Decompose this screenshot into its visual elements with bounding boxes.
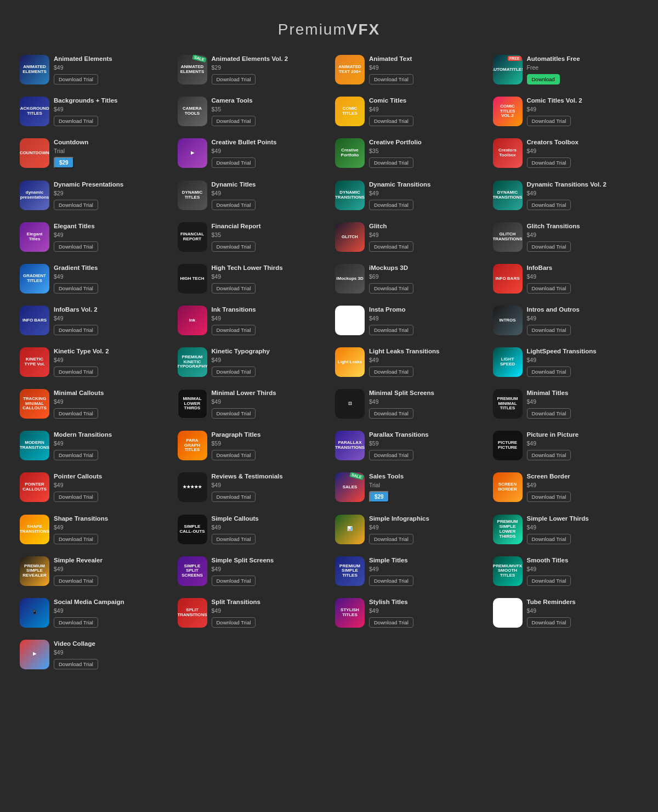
download-button[interactable]: $29 (54, 157, 74, 168)
download-button[interactable]: Download Trial (369, 366, 413, 377)
product-info: Smooth Titles$49Download Trial (527, 556, 639, 586)
download-button[interactable]: Download Trial (369, 450, 413, 460)
download-button[interactable]: Download Trial (369, 241, 413, 252)
product-icon: DYNAMIC TITLES (178, 181, 207, 210)
product-price: $49 (212, 190, 324, 196)
product-info: Dynamic Transitions$49Download Trial (369, 181, 481, 210)
download-button[interactable]: Download Trial (369, 534, 413, 544)
download-button[interactable]: Download Trial (527, 366, 571, 377)
product-name: Dynamic Transitions (369, 181, 481, 189)
download-button[interactable]: Download Trial (212, 200, 256, 210)
product-icon-label: INFO BARS (20, 306, 49, 335)
product-name: Automatitles Free (527, 55, 639, 63)
download-button[interactable]: Download Trial (369, 200, 413, 210)
download-button[interactable]: Download Trial (54, 74, 98, 84)
download-button[interactable]: Download Trial (212, 241, 256, 252)
download-button[interactable]: Download Trial (369, 617, 413, 628)
product-name: Backgrounds + Titles (54, 97, 166, 105)
product-info: Gradient Titles$49Download Trial (54, 264, 166, 294)
download-button[interactable]: Download Trial (527, 116, 571, 126)
download-button[interactable]: Download Trial (212, 576, 256, 586)
download-button[interactable]: Download Trial (212, 534, 256, 544)
download-button[interactable]: Download Trial (369, 74, 413, 84)
download-button[interactable]: Download Trial (212, 492, 256, 502)
download-button[interactable]: Download Trial (54, 241, 98, 252)
download-button[interactable]: Download Trial (369, 576, 413, 586)
download-button[interactable]: Download Trial (527, 576, 571, 586)
product-icon-label: DYNAMIC TRANSITIONS (335, 181, 365, 210)
download-button[interactable]: Download Trial (212, 116, 256, 126)
download-button[interactable]: Download Trial (369, 157, 413, 168)
download-button[interactable]: Download Trial (369, 408, 413, 419)
product-info: Glitch Transitions$49Download Trial (527, 222, 639, 252)
product-icon: Insta promo (335, 306, 365, 335)
download-button[interactable]: Download Trial (54, 325, 98, 335)
download-button[interactable]: Download Trial (212, 74, 256, 84)
download-button[interactable]: Download Trial (54, 659, 98, 669)
download-button[interactable]: Download (527, 74, 560, 84)
product-info: Kinetic Typography$49Download Trial (212, 347, 324, 377)
product-name: Glitch (369, 222, 481, 230)
download-button[interactable]: Download Trial (54, 200, 98, 210)
product-icon: SIMPLE CALL-OUTS (178, 515, 207, 544)
product-price: $49 (212, 357, 324, 363)
download-button[interactable]: Download Trial (54, 450, 98, 460)
download-button[interactable]: Download Trial (527, 283, 571, 294)
download-button[interactable]: Download Trial (527, 325, 571, 335)
download-button[interactable]: Download Trial (54, 492, 98, 502)
download-button[interactable]: Download Trial (527, 534, 571, 544)
download-button[interactable]: Download Trial (527, 617, 571, 628)
download-button[interactable]: Download Trial (527, 157, 571, 168)
download-button[interactable]: Download Trial (54, 283, 98, 294)
download-button[interactable]: Download Trial (527, 408, 571, 419)
product-price: $49 (527, 524, 639, 531)
product-icon-label: PICTURE PICTURE (493, 431, 523, 460)
product-icon: POINTER CALLOUTS (20, 472, 49, 502)
product-info: Simple Split Screens$49Download Trial (212, 556, 324, 586)
download-button[interactable]: Download Trial (54, 366, 98, 377)
download-button[interactable]: Download Trial (212, 325, 256, 335)
product-icon: PREMIUM SIMPLE LOWER THIRDS (493, 515, 523, 544)
product-info: Intros and Outros$49Download Trial (527, 306, 639, 335)
product-price: $49 (212, 524, 324, 531)
product-item: SCREEN BORDERScreen Border$49Download Tr… (490, 468, 642, 507)
download-button[interactable]: Download Trial (212, 283, 256, 294)
download-button[interactable]: Download Trial (369, 283, 413, 294)
download-button[interactable]: Download Trial (54, 408, 98, 419)
download-button[interactable]: Download Trial (369, 116, 413, 126)
download-button[interactable]: Download Trial (527, 200, 571, 210)
product-icon: DYNAMIC TRANSITIONS (335, 181, 365, 210)
product-name: Kinetic Typography (212, 347, 324, 356)
download-button[interactable]: Download Trial (54, 576, 98, 586)
product-icon: INFO BARS (493, 264, 523, 294)
download-button[interactable]: Download Trial (54, 116, 98, 126)
product-name: Pointer Callouts (54, 472, 166, 481)
product-icon: BACKGROUNDS TITLES (20, 97, 49, 126)
product-price: $49 (527, 232, 639, 238)
download-button[interactable]: Download Trial (369, 325, 413, 335)
download-button[interactable]: Download Trial (54, 617, 98, 628)
product-name: Paragraph Titles (212, 431, 324, 439)
download-button[interactable]: Download Trial (212, 408, 256, 419)
product-icon: HIGH TECH (178, 264, 207, 294)
download-button[interactable]: Download Trial (212, 366, 256, 377)
download-button[interactable]: Download Trial (212, 617, 256, 628)
product-icon-label: STYLISH TITLES (335, 598, 365, 628)
product-name: Stylish Titles (369, 598, 481, 606)
product-price: $69 (369, 273, 481, 280)
download-button[interactable]: Download Trial (527, 450, 571, 460)
product-icon: SCREEN BORDER (493, 472, 523, 502)
product-info: Minimal Titles$49Download Trial (527, 389, 639, 419)
product-info: Backgrounds + Titles$49Download Trial (54, 97, 166, 126)
download-button[interactable]: $29 (369, 491, 389, 503)
download-button[interactable]: Download Trial (54, 534, 98, 544)
product-name: Split Transitions (212, 598, 324, 606)
download-button[interactable]: Download Trial (212, 450, 256, 460)
product-item: ▶Creative Bullet Points$49Download Trial (174, 134, 327, 173)
product-price: $59 (212, 440, 324, 447)
product-price: $49 (527, 148, 639, 154)
download-button[interactable]: Download Trial (527, 492, 571, 502)
download-button[interactable]: Download Trial (212, 157, 256, 168)
download-button[interactable]: Download Trial (527, 241, 571, 252)
product-icon-label: FINANCIAL REPORT (178, 222, 207, 252)
